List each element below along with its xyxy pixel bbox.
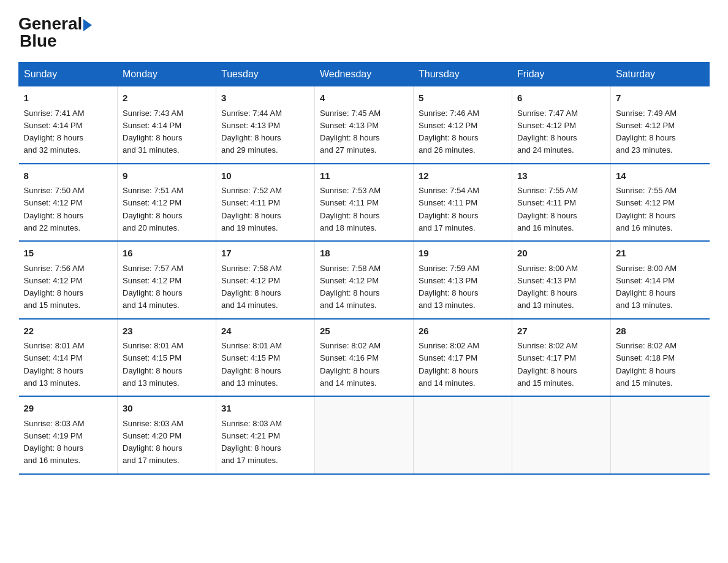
day-number: 23 bbox=[123, 324, 211, 339]
day-number: 3 bbox=[221, 91, 309, 105]
cell-info: Sunrise: 7:43 AMSunset: 4:14 PMDaylight:… bbox=[123, 109, 183, 155]
day-number: 12 bbox=[419, 169, 507, 183]
day-number: 7 bbox=[616, 91, 705, 105]
cell-info: Sunrise: 7:44 AMSunset: 4:13 PMDaylight:… bbox=[221, 109, 282, 155]
cell-info: Sunrise: 7:56 AMSunset: 4:12 PMDaylight:… bbox=[24, 264, 85, 310]
cell-info: Sunrise: 8:02 AMSunset: 4:17 PMDaylight:… bbox=[517, 341, 578, 388]
day-number: 9 bbox=[123, 169, 211, 183]
day-number: 31 bbox=[221, 402, 309, 416]
logo-text-part1: General bbox=[18, 15, 82, 33]
calendar-cell: 2 Sunrise: 7:43 AMSunset: 4:14 PMDayligh… bbox=[118, 86, 216, 164]
cell-info: Sunrise: 8:00 AMSunset: 4:13 PMDaylight:… bbox=[517, 264, 578, 310]
day-number: 30 bbox=[123, 402, 211, 416]
day-number: 8 bbox=[24, 169, 113, 183]
day-number: 2 bbox=[123, 91, 211, 105]
cell-info: Sunrise: 7:55 AMSunset: 4:11 PMDaylight:… bbox=[517, 186, 578, 232]
calendar-cell: 5 Sunrise: 7:46 AMSunset: 4:12 PMDayligh… bbox=[414, 86, 512, 164]
cell-info: Sunrise: 8:01 AMSunset: 4:14 PMDaylight:… bbox=[24, 341, 85, 388]
cell-info: Sunrise: 7:58 AMSunset: 4:12 PMDaylight:… bbox=[221, 264, 282, 310]
calendar-cell: 4 Sunrise: 7:45 AMSunset: 4:13 PMDayligh… bbox=[315, 86, 414, 164]
calendar-cell bbox=[414, 396, 512, 474]
day-number: 18 bbox=[320, 247, 408, 261]
day-number: 4 bbox=[320, 91, 408, 105]
day-number: 5 bbox=[419, 91, 507, 105]
calendar-cell bbox=[512, 396, 611, 474]
cell-info: Sunrise: 7:57 AMSunset: 4:12 PMDaylight:… bbox=[123, 264, 183, 310]
calendar-cell: 31 Sunrise: 8:03 AMSunset: 4:21 PMDaylig… bbox=[216, 396, 315, 474]
week-row-5: 29 Sunrise: 8:03 AMSunset: 4:19 PMDaylig… bbox=[19, 396, 710, 474]
calendar-cell: 14 Sunrise: 7:55 AMSunset: 4:12 PMDaylig… bbox=[611, 164, 710, 242]
day-number: 25 bbox=[320, 324, 408, 339]
day-number: 24 bbox=[221, 324, 309, 339]
weekday-header-friday: Friday bbox=[512, 63, 611, 86]
cell-info: Sunrise: 7:45 AMSunset: 4:13 PMDaylight:… bbox=[320, 109, 381, 155]
weekday-header-thursday: Thursday bbox=[414, 63, 512, 86]
weekday-header-tuesday: Tuesday bbox=[216, 63, 315, 86]
cell-info: Sunrise: 7:52 AMSunset: 4:11 PMDaylight:… bbox=[221, 186, 282, 232]
calendar-cell: 3 Sunrise: 7:44 AMSunset: 4:13 PMDayligh… bbox=[216, 86, 315, 164]
day-number: 11 bbox=[320, 169, 408, 183]
calendar-cell: 27 Sunrise: 8:02 AMSunset: 4:17 PMDaylig… bbox=[512, 319, 611, 397]
cell-info: Sunrise: 7:53 AMSunset: 4:11 PMDaylight:… bbox=[320, 186, 381, 232]
calendar-cell: 7 Sunrise: 7:49 AMSunset: 4:12 PMDayligh… bbox=[611, 86, 710, 164]
day-number: 21 bbox=[616, 247, 705, 261]
calendar-cell: 6 Sunrise: 7:47 AMSunset: 4:12 PMDayligh… bbox=[512, 86, 611, 164]
day-number: 28 bbox=[616, 324, 705, 339]
cell-info: Sunrise: 7:55 AMSunset: 4:12 PMDaylight:… bbox=[616, 186, 677, 232]
calendar-cell: 21 Sunrise: 8:00 AMSunset: 4:14 PMDaylig… bbox=[611, 241, 710, 319]
cell-info: Sunrise: 7:58 AMSunset: 4:12 PMDaylight:… bbox=[320, 264, 381, 310]
weekday-header-saturday: Saturday bbox=[611, 63, 710, 86]
logo-text-part2: Blue bbox=[20, 31, 57, 50]
day-number: 1 bbox=[24, 91, 113, 105]
calendar-cell: 29 Sunrise: 8:03 AMSunset: 4:19 PMDaylig… bbox=[19, 396, 118, 474]
weekday-header-sunday: Sunday bbox=[19, 63, 118, 86]
cell-info: Sunrise: 7:41 AMSunset: 4:14 PMDaylight:… bbox=[24, 109, 85, 155]
calendar-cell: 24 Sunrise: 8:01 AMSunset: 4:15 PMDaylig… bbox=[216, 319, 315, 397]
week-row-2: 8 Sunrise: 7:50 AMSunset: 4:12 PMDayligh… bbox=[19, 164, 710, 242]
day-number: 20 bbox=[517, 247, 605, 261]
weekday-header-row: SundayMondayTuesdayWednesdayThursdayFrid… bbox=[19, 63, 710, 86]
cell-info: Sunrise: 8:02 AMSunset: 4:17 PMDaylight:… bbox=[419, 341, 479, 388]
calendar-cell: 17 Sunrise: 7:58 AMSunset: 4:12 PMDaylig… bbox=[216, 241, 315, 319]
week-row-1: 1 Sunrise: 7:41 AMSunset: 4:14 PMDayligh… bbox=[19, 86, 710, 164]
day-number: 14 bbox=[616, 169, 705, 183]
day-number: 22 bbox=[24, 324, 113, 339]
week-row-3: 15 Sunrise: 7:56 AMSunset: 4:12 PMDaylig… bbox=[19, 241, 710, 319]
calendar-cell: 11 Sunrise: 7:53 AMSunset: 4:11 PMDaylig… bbox=[315, 164, 414, 242]
day-number: 16 bbox=[123, 247, 211, 261]
weekday-header-monday: Monday bbox=[118, 63, 216, 86]
cell-info: Sunrise: 7:49 AMSunset: 4:12 PMDaylight:… bbox=[616, 109, 677, 155]
calendar-cell: 26 Sunrise: 8:02 AMSunset: 4:17 PMDaylig… bbox=[414, 319, 512, 397]
calendar-cell: 25 Sunrise: 8:02 AMSunset: 4:16 PMDaylig… bbox=[315, 319, 414, 397]
calendar-cell: 13 Sunrise: 7:55 AMSunset: 4:11 PMDaylig… bbox=[512, 164, 611, 242]
calendar-cell bbox=[315, 396, 414, 474]
calendar-cell: 8 Sunrise: 7:50 AMSunset: 4:12 PMDayligh… bbox=[19, 164, 118, 242]
calendar-cell: 16 Sunrise: 7:57 AMSunset: 4:12 PMDaylig… bbox=[118, 241, 216, 319]
weekday-header-wednesday: Wednesday bbox=[315, 63, 414, 86]
calendar-cell: 20 Sunrise: 8:00 AMSunset: 4:13 PMDaylig… bbox=[512, 241, 611, 319]
day-number: 15 bbox=[24, 247, 113, 261]
calendar-cell: 23 Sunrise: 8:01 AMSunset: 4:15 PMDaylig… bbox=[118, 319, 216, 397]
day-number: 27 bbox=[517, 324, 605, 339]
cell-info: Sunrise: 7:51 AMSunset: 4:12 PMDaylight:… bbox=[123, 186, 183, 232]
cell-info: Sunrise: 8:00 AMSunset: 4:14 PMDaylight:… bbox=[616, 264, 677, 310]
week-row-4: 22 Sunrise: 8:01 AMSunset: 4:14 PMDaylig… bbox=[19, 319, 710, 397]
day-number: 17 bbox=[221, 247, 309, 261]
cell-info: Sunrise: 7:54 AMSunset: 4:11 PMDaylight:… bbox=[419, 186, 479, 232]
cell-info: Sunrise: 7:46 AMSunset: 4:12 PMDaylight:… bbox=[419, 109, 479, 155]
calendar-cell: 1 Sunrise: 7:41 AMSunset: 4:14 PMDayligh… bbox=[19, 86, 118, 164]
day-number: 13 bbox=[517, 169, 605, 183]
cell-info: Sunrise: 8:03 AMSunset: 4:20 PMDaylight:… bbox=[123, 419, 183, 465]
calendar-cell: 22 Sunrise: 8:01 AMSunset: 4:14 PMDaylig… bbox=[19, 319, 118, 397]
cell-info: Sunrise: 8:01 AMSunset: 4:15 PMDaylight:… bbox=[221, 341, 282, 388]
calendar-cell: 15 Sunrise: 7:56 AMSunset: 4:12 PMDaylig… bbox=[19, 241, 118, 319]
day-number: 10 bbox=[221, 169, 309, 183]
calendar-cell: 30 Sunrise: 8:03 AMSunset: 4:20 PMDaylig… bbox=[118, 396, 216, 474]
cell-info: Sunrise: 8:01 AMSunset: 4:15 PMDaylight:… bbox=[123, 341, 183, 388]
calendar-cell: 28 Sunrise: 8:02 AMSunset: 4:18 PMDaylig… bbox=[611, 319, 710, 397]
calendar-cell bbox=[611, 396, 710, 474]
calendar-cell: 12 Sunrise: 7:54 AMSunset: 4:11 PMDaylig… bbox=[414, 164, 512, 242]
page-header: General Blue bbox=[18, 12, 710, 50]
calendar-cell: 19 Sunrise: 7:59 AMSunset: 4:13 PMDaylig… bbox=[414, 241, 512, 319]
cell-info: Sunrise: 7:47 AMSunset: 4:12 PMDaylight:… bbox=[517, 109, 578, 155]
